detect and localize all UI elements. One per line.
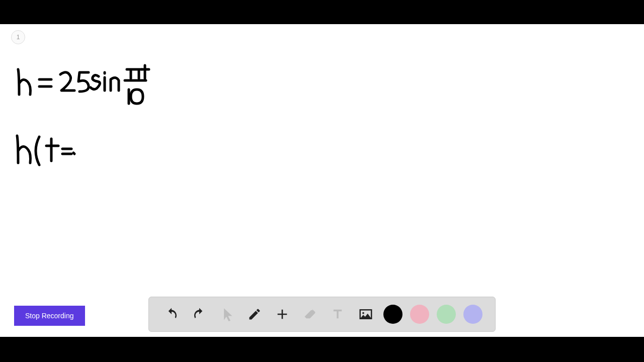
color-swatch-pink[interactable] xyxy=(410,305,429,324)
text-tool-button[interactable] xyxy=(328,304,348,324)
color-swatch-black[interactable] xyxy=(383,305,403,324)
redo-button[interactable] xyxy=(189,304,209,324)
ink-layer xyxy=(0,24,644,337)
letterbox-top xyxy=(0,0,644,24)
eraser-tool-button[interactable] xyxy=(300,304,320,324)
pencil-tool-button[interactable] xyxy=(245,304,265,324)
stop-recording-button[interactable]: Stop Recording xyxy=(14,306,85,326)
letterbox-bottom xyxy=(0,337,644,362)
image-tool-button[interactable] xyxy=(356,304,376,324)
page-number-badge: 1 xyxy=(11,30,25,44)
color-swatch-purple[interactable] xyxy=(463,305,482,324)
svg-point-0 xyxy=(362,312,364,314)
undo-button[interactable] xyxy=(162,304,182,324)
add-button[interactable] xyxy=(272,304,292,324)
cursor-tool-button[interactable] xyxy=(217,304,237,324)
whiteboard-canvas[interactable]: 1 xyxy=(0,24,644,337)
drawing-toolbar xyxy=(148,297,496,332)
color-swatch-green[interactable] xyxy=(437,305,456,324)
